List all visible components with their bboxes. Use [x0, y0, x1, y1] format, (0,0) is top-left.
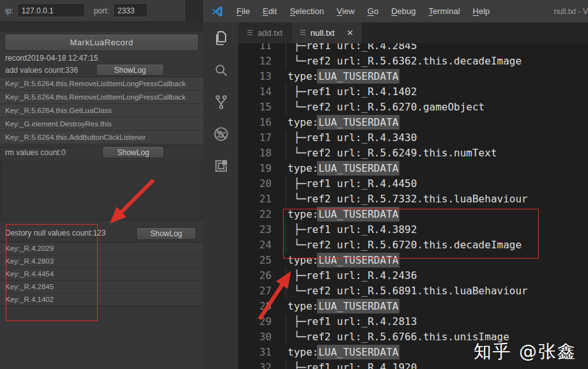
- destroy-null-key-list: Key:_R.4.2029Key:_R.4.2803Key:_R.4.4454K…: [0, 242, 203, 306]
- lua-profiler-panel: ip: port: MarkLuaRecord record2019-04-18…: [0, 0, 203, 369]
- add-key-row[interactable]: Key:_G.element.DestroyRes.this: [0, 117, 203, 131]
- add-key-row[interactable]: Key:_R.5.6264.this.RemoveListItemLongPre…: [0, 77, 203, 91]
- add-key-row[interactable]: Key:_R.5.6264.this.RemoveListItemLongPre…: [0, 91, 203, 104]
- tab-label: add.txt: [258, 28, 282, 38]
- port-label: port:: [94, 6, 109, 15]
- source-control-icon[interactable]: [203, 86, 238, 118]
- line-text: type:LUA_TUSERDATA: [288, 345, 398, 360]
- line-number: 28: [238, 299, 272, 314]
- editor-line-18[interactable]: 18 └─ref2 url:_R.5.6249.this.numText: [238, 146, 588, 161]
- vscode-titlebar: FileEditSelectionViewGoDebugTerminalHelp…: [203, 0, 588, 22]
- add-key-row[interactable]: Key:_R.5.6264.this.AddButtonClickListene…: [0, 131, 203, 144]
- menu-edit[interactable]: Edit: [256, 6, 283, 16]
- connection-fields: ip: port:: [0, 0, 185, 21]
- port-input[interactable]: [114, 4, 146, 17]
- highlighted-word: LUA_TUSERDATA: [318, 116, 398, 128]
- editor-line-27[interactable]: 27 └─ref2 url:_R.5.6891.this.luaBehaviou…: [238, 283, 588, 299]
- line-text: └─ref2 url:_R.5.6720.this.decadeImage: [288, 237, 522, 253]
- destroy-key-row[interactable]: Key:_R.4.2845: [0, 281, 203, 294]
- line-number: 32: [238, 360, 272, 369]
- menu-file[interactable]: File: [230, 6, 256, 16]
- mark-lua-record-button[interactable]: MarkLuaRecord: [4, 34, 199, 51]
- rm-values-count-label: rm values count:0: [5, 148, 66, 157]
- line-text: ├─ref1 url:_R.4.2436: [288, 268, 417, 283]
- line-number: 18: [238, 146, 272, 161]
- line-number: 25: [238, 253, 272, 268]
- highlighted-word: LUA_TUSERDATA: [318, 70, 398, 82]
- showlog-rm-button[interactable]: ShowLog: [102, 146, 164, 158]
- editor-line-20[interactable]: 20 ├─ref1 url:_R.4.4450: [238, 176, 588, 192]
- line-text: ├─ref1 url:_R.4.4450: [288, 176, 417, 192]
- editor-line-11[interactable]: 11 ├─ref1 url:_R.4.2845: [238, 43, 588, 54]
- showlog-add-button[interactable]: ShowLog: [96, 64, 164, 76]
- line-number: 29: [238, 314, 272, 329]
- line-number: 23: [238, 222, 272, 237]
- editor-line-23[interactable]: 23 ├─ref1 url:_R.4.3892: [238, 222, 588, 237]
- line-text: type:LUA_TUSERDATA: [288, 69, 398, 84]
- editor-line-14[interactable]: 14 ├─ref1 url:_R.4.1402: [238, 84, 588, 100]
- line-number: 31: [238, 345, 272, 360]
- line-text: ├─ref1 url:_R.4.3430: [288, 130, 417, 146]
- panel-divider: [0, 21, 203, 32]
- search-icon[interactable]: [203, 54, 238, 86]
- editor-line-26[interactable]: 26 ├─ref1 url:_R.4.2436: [238, 268, 588, 283]
- destroy-key-row[interactable]: Key:_R.4.4454: [0, 268, 203, 281]
- extensions-icon[interactable]: [203, 150, 238, 182]
- line-text: type:LUA_TUSERDATA: [288, 253, 398, 268]
- editor-line-17[interactable]: 17 ├─ref1 url:_R.4.3430: [238, 130, 588, 146]
- line-number: 24: [238, 237, 272, 253]
- record-timestamp: record2019-04-18 12:47:15: [5, 54, 98, 63]
- editor-line-21[interactable]: 21 └─ref2 url:_R.5.7332.this.luaBehaviou…: [238, 192, 588, 207]
- add-key-row[interactable]: Key:_R.5.6264.this.GetLuaClass: [0, 104, 203, 117]
- line-number: 19: [238, 161, 272, 176]
- editor-line-16[interactable]: 16type:LUA_TUSERDATA: [238, 115, 588, 130]
- vscode-body: ☰add.txt☰null.txt✕ 11 ├─ref1 url:_R.4.28…: [203, 22, 588, 369]
- highlighted-word: LUA_TUSERDATA: [318, 346, 398, 358]
- editor-lines: 11 ├─ref1 url:_R.4.284512 └─ref2 url:_R.…: [238, 43, 588, 369]
- editor-line-22[interactable]: 22type:LUA_TUSERDATA: [238, 207, 588, 222]
- editor-group: ☰add.txt☰null.txt✕ 11 ├─ref1 url:_R.4.28…: [238, 22, 588, 369]
- editor-line-28[interactable]: 28type:LUA_TUSERDATA: [238, 299, 588, 314]
- line-number: 13: [238, 69, 272, 84]
- menu-debug[interactable]: Debug: [385, 6, 422, 16]
- text-file-icon: ☰: [300, 29, 306, 37]
- explorer-icon[interactable]: [203, 22, 238, 54]
- connection-bar: ip: port:: [0, 0, 203, 21]
- destroy-key-row[interactable]: Key:_R.4.2029: [0, 243, 203, 255]
- line-text: type:LUA_TUSERDATA: [288, 161, 398, 176]
- destroy-key-row[interactable]: Key:_R.4.2803: [0, 255, 203, 268]
- editor-line-13[interactable]: 13type:LUA_TUSERDATA: [238, 69, 588, 84]
- ip-input[interactable]: [19, 4, 84, 17]
- editor-line-15[interactable]: 15 └─ref2 url:_R.5.6270.gameObject: [238, 100, 588, 115]
- watermark: 知乎 @张鑫: [474, 340, 576, 364]
- editor-line-12[interactable]: 12 └─ref2 url:_R.5.6362.this.decadeImage: [238, 54, 588, 69]
- editor-line-24[interactable]: 24 └─ref2 url:_R.5.6720.this.decadeImage: [238, 237, 588, 253]
- debug-icon[interactable]: [203, 118, 238, 150]
- showlog-destroy-button[interactable]: ShowLog: [136, 227, 196, 240]
- editor-line-19[interactable]: 19type:LUA_TUSERDATA: [238, 161, 588, 176]
- highlighted-word: LUA_TUSERDATA: [318, 162, 398, 174]
- line-number: 26: [238, 268, 272, 283]
- destroy-key-row[interactable]: Key:_R.4.1402: [0, 294, 203, 306]
- line-text: type:LUA_TUSERDATA: [288, 299, 398, 314]
- menu-help[interactable]: Help: [467, 6, 497, 16]
- activity-bar: [203, 22, 238, 369]
- tab-bar: ☰add.txt☰null.txt✕: [238, 22, 588, 43]
- line-number: 17: [238, 130, 272, 146]
- menu-view[interactable]: View: [330, 6, 361, 16]
- line-text: type:LUA_TUSERDATA: [288, 207, 398, 222]
- menu-selection[interactable]: Selection: [283, 6, 330, 16]
- editor-line-25[interactable]: 25type:LUA_TUSERDATA: [238, 253, 588, 268]
- close-icon[interactable]: ✕: [346, 28, 353, 38]
- menu-go[interactable]: Go: [361, 6, 385, 16]
- line-text: ├─ref1 url:_R.4.2845: [288, 43, 417, 54]
- tab-null-txt[interactable]: ☰null.txt✕: [291, 22, 362, 43]
- add-values-key-list: Key:_R.5.6264.this.RemoveListItemLongPre…: [0, 77, 203, 147]
- line-number: 12: [238, 54, 272, 69]
- text-editor[interactable]: 11 ├─ref1 url:_R.4.284512 └─ref2 url:_R.…: [238, 43, 588, 369]
- menu-terminal[interactable]: Terminal: [422, 6, 466, 16]
- editor-line-29[interactable]: 29 ├─ref1 url:_R.4.2813: [238, 314, 588, 329]
- line-text: ├─ref1 url:_R.4.1920: [288, 360, 417, 369]
- add-values-count-label: add values count:336: [5, 66, 78, 75]
- tab-add-txt[interactable]: ☰add.txt: [238, 22, 291, 43]
